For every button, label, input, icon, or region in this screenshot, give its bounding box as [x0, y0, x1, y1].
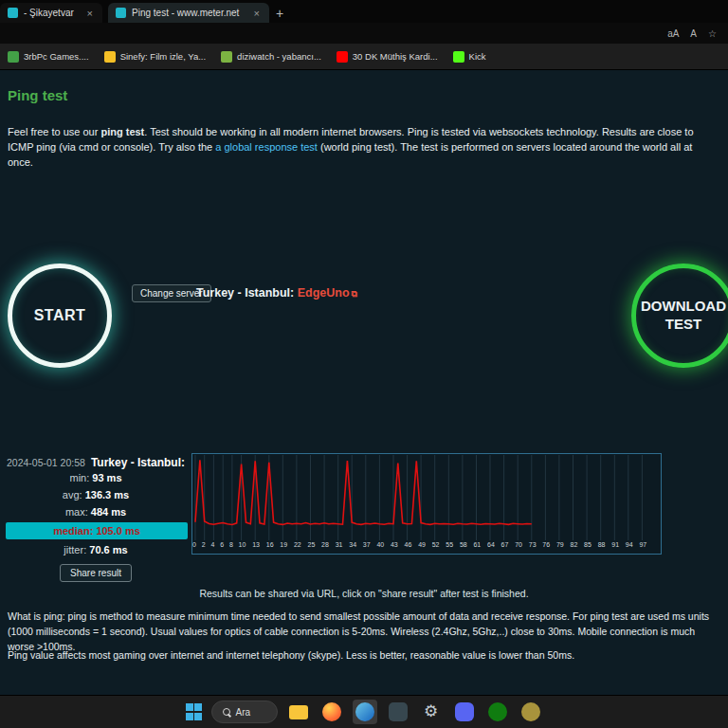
opera-gx-icon[interactable]	[519, 700, 543, 724]
stat-row: avg: 136.3 ms	[0, 486, 191, 503]
tab-sikayetvar[interactable]: - Şikayetvar ×	[0, 3, 102, 23]
discord-icon[interactable]	[452, 700, 477, 724]
x-tick-label: 85	[584, 541, 592, 548]
taskbar: Ara ⚙	[0, 695, 728, 728]
x-tick-label: 43	[391, 541, 398, 548]
x-tick-label: 28	[321, 541, 329, 548]
share-result-button[interactable]: Share result	[60, 564, 132, 582]
x-tick-label: 6	[220, 541, 224, 548]
x-tick-label: 13	[252, 541, 260, 548]
start-test-button[interactable]: START	[8, 264, 112, 368]
x-tick-label: 64	[487, 541, 495, 548]
tab-close-icon[interactable]: ×	[85, 8, 95, 19]
text-zoom-icon[interactable]: aA	[667, 28, 679, 39]
tab-ping-test[interactable]: Ping test - www.meter.net ×	[108, 3, 269, 23]
x-tick-label: 16	[266, 541, 274, 548]
bookmarks-bar: 3rbPc Games....Sinefy: Film izle, Ya...d…	[0, 44, 728, 70]
phone-link-icon[interactable]	[386, 700, 410, 724]
x-tick-label: 25	[308, 541, 316, 548]
file-explorer-icon[interactable]	[286, 700, 311, 724]
x-tick-label: 70	[515, 541, 522, 548]
bookmark-label: 3rbPc Games....	[24, 51, 89, 62]
download-test-button[interactable]: DOWNLOAD TEST	[631, 264, 728, 368]
x-tick-label: 73	[529, 541, 537, 548]
bookmark-favicon-icon	[104, 51, 116, 63]
what-is-ping-paragraph: What is ping: ping is method to measure …	[8, 610, 722, 654]
server-provider-link[interactable]: EdgeUno	[298, 286, 350, 300]
ping-chart: 0246810131619222528313437404346495255586…	[191, 453, 662, 555]
bookmark-item[interactable]: Sinefy: Film izle, Ya...	[104, 51, 206, 63]
x-tick-label: 58	[460, 541, 467, 548]
stat-value: 484 ms	[91, 506, 126, 518]
stat-value: 136.3 ms	[85, 489, 129, 500]
stat-value: 93 ms	[92, 472, 121, 483]
new-tab-button[interactable]: +	[269, 3, 290, 23]
firefox-icon[interactable]	[319, 700, 344, 724]
xbox-icon[interactable]	[485, 700, 510, 724]
x-tick-label: 19	[280, 541, 287, 548]
x-tick-label: 88	[598, 541, 606, 548]
x-tick-label: 52	[432, 541, 440, 548]
x-tick-label: 55	[446, 541, 453, 548]
x-tick-label: 76	[542, 541, 550, 548]
settings-icon[interactable]: ⚙	[419, 700, 444, 724]
screen: - Şikayetvar × Ping test - www.meter.net…	[0, 0, 728, 728]
bookmark-item[interactable]: 30 DK Müthiş Kardi...	[337, 51, 438, 63]
median-value: 105.0 ms	[96, 525, 139, 537]
results-panel: 2024-05-01 20:58 Turkey - Istanbul: min:…	[0, 453, 191, 582]
jitter-row: jitter: 70.6 ms	[0, 541, 191, 558]
navigation-toolbar: aA A ☆	[0, 23, 728, 44]
taskbar-apps: ⚙	[286, 700, 543, 724]
share-note: Results can be shared via URL, click on …	[0, 588, 728, 599]
translate-icon[interactable]: A	[690, 28, 697, 39]
x-tick-label: 4	[210, 541, 214, 548]
stat-label: avg:	[63, 489, 85, 500]
x-tick-label: 37	[363, 541, 371, 548]
jitter-label: jitter:	[64, 544, 86, 555]
page-content: Ping test Feel free to use our ping test…	[0, 70, 728, 695]
bookmark-item[interactable]: diziwatch - yabancı...	[221, 51, 321, 63]
intro-bold: ping test	[100, 126, 144, 137]
x-tick-label: 82	[571, 541, 578, 548]
x-tick-label: 2	[202, 541, 206, 548]
page-title: Ping test	[8, 87, 67, 103]
x-tick-label: 67	[501, 541, 509, 548]
x-tick-label: 46	[405, 541, 412, 548]
tab-close-icon[interactable]: ×	[252, 8, 262, 19]
bookmark-favicon-icon	[337, 51, 348, 63]
ping-chart-xlabels: 0246810131619222528313437404346495255586…	[192, 540, 661, 553]
ping-chart-svg	[192, 454, 661, 540]
bookmark-label: 30 DK Müthiş Kardi...	[353, 51, 438, 62]
edge-icon[interactable]	[353, 700, 377, 724]
x-tick-label: 79	[556, 541, 564, 548]
median-label: median:	[53, 525, 93, 537]
taskbar-search[interactable]: Ara	[211, 701, 278, 723]
start-button[interactable]	[186, 703, 203, 720]
stat-label: min:	[69, 472, 92, 483]
x-tick-label: 0	[192, 541, 196, 548]
stat-rows: min: 93 msavg: 136.3 msmax: 484 ms	[0, 469, 191, 520]
stat-row: max: 484 ms	[0, 503, 191, 520]
server-location-label: Turkey - Istanbul:	[196, 286, 294, 300]
bookmark-favicon-icon	[221, 51, 232, 63]
bookmark-item[interactable]: Kick	[453, 51, 486, 63]
tab-title: Ping test - www.meter.net	[132, 8, 246, 18]
bookmark-favicon-icon	[8, 51, 19, 63]
bookmark-item[interactable]: 3rbPc Games....	[8, 51, 89, 63]
x-tick-label: 34	[349, 541, 356, 548]
meter-favicon-icon	[116, 8, 126, 18]
x-tick-label: 31	[336, 541, 343, 548]
stat-label: max:	[65, 506, 91, 518]
x-tick-label: 10	[239, 541, 246, 548]
ping-value-paragraph: Ping value affects most gaming over inte…	[8, 649, 722, 661]
bookmark-star-icon[interactable]: ☆	[708, 28, 717, 39]
x-tick-label: 91	[611, 541, 619, 548]
bookmark-label: diziwatch - yabancı...	[237, 51, 321, 62]
x-tick-label: 8	[229, 541, 233, 548]
result-timestamp: 2024-05-01 20:58	[7, 457, 85, 468]
bookmark-label: Kick	[469, 51, 486, 62]
jitter-value: 70.6 ms	[89, 544, 127, 555]
intro-paragraph: Feel free to use our ping test. Test sho…	[8, 125, 720, 171]
sikayetvar-favicon-icon	[8, 8, 18, 18]
global-response-test-link[interactable]: a global response test	[215, 141, 318, 153]
